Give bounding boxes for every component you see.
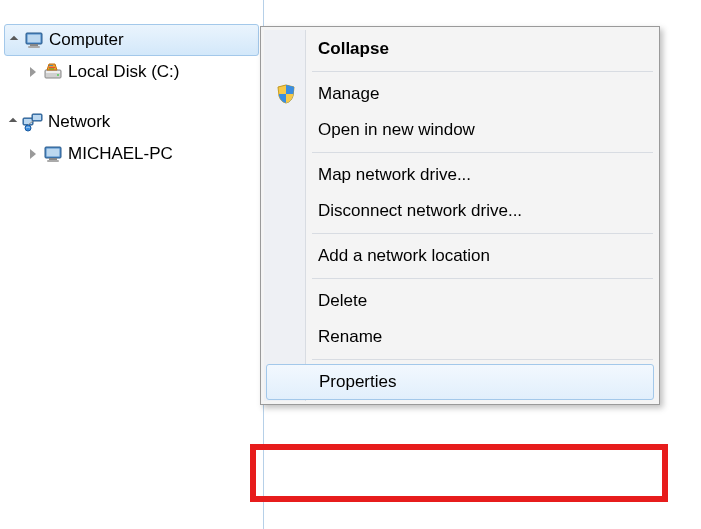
- expand-arrow-icon[interactable]: [30, 67, 36, 77]
- tree-item-network[interactable]: Network: [0, 106, 263, 138]
- menu-label: Manage: [318, 84, 379, 104]
- computer-icon: [23, 29, 45, 51]
- pc-icon: [42, 143, 64, 165]
- menu-item-add-location[interactable]: Add a network location: [264, 238, 656, 274]
- menu-label: Delete: [318, 291, 367, 311]
- svg-rect-1: [28, 35, 41, 43]
- menu-label: Disconnect network drive...: [318, 201, 522, 221]
- shield-icon: [274, 82, 298, 106]
- menu-item-delete[interactable]: Delete: [264, 283, 656, 319]
- menu-item-map-drive[interactable]: Map network drive...: [264, 157, 656, 193]
- menu-item-manage[interactable]: Manage: [264, 76, 656, 112]
- svg-rect-13: [33, 115, 41, 120]
- menu-label: Collapse: [318, 39, 389, 59]
- svg-rect-2: [30, 44, 38, 46]
- tree-label: Computer: [49, 30, 124, 50]
- svg-rect-5: [46, 71, 60, 73]
- expand-arrow-icon[interactable]: [30, 149, 36, 159]
- menu-label: Map network drive...: [318, 165, 471, 185]
- navigation-tree: Computer Local Disk (C:): [0, 0, 264, 529]
- menu-item-open-new-window[interactable]: Open in new window: [264, 112, 656, 148]
- menu-label: Properties: [319, 372, 396, 392]
- svg-rect-19: [47, 160, 59, 162]
- menu-separator: [312, 233, 653, 234]
- expand-arrow-icon[interactable]: [9, 118, 17, 126]
- context-menu: Collapse Manage Open in new window Map n…: [260, 26, 660, 405]
- svg-rect-9: [49, 69, 54, 70]
- expand-arrow-icon[interactable]: [10, 36, 18, 44]
- menu-item-properties[interactable]: Properties: [266, 364, 654, 400]
- menu-separator: [312, 71, 653, 72]
- tree-label: Network: [48, 112, 110, 132]
- menu-separator: [312, 359, 653, 360]
- svg-rect-17: [47, 149, 60, 157]
- network-icon: [22, 111, 44, 133]
- tree-label: MICHAEL-PC: [68, 144, 173, 164]
- menu-separator: [312, 152, 653, 153]
- tree-label: Local Disk (C:): [68, 62, 179, 82]
- tree-item-local-disk[interactable]: Local Disk (C:): [0, 56, 263, 88]
- svg-rect-7: [49, 65, 53, 66]
- svg-point-14: [25, 125, 31, 131]
- menu-item-rename[interactable]: Rename: [264, 319, 656, 355]
- annotation-highlight: [250, 444, 668, 502]
- menu-item-collapse[interactable]: Collapse: [264, 31, 656, 67]
- drive-icon: [42, 61, 64, 83]
- menu-item-disconnect-drive[interactable]: Disconnect network drive...: [264, 193, 656, 229]
- tree-item-computer[interactable]: Computer: [4, 24, 259, 56]
- svg-rect-18: [49, 158, 57, 160]
- menu-label: Add a network location: [318, 246, 490, 266]
- svg-point-6: [57, 74, 59, 76]
- menu-label: Rename: [318, 327, 382, 347]
- spacer: [0, 88, 263, 106]
- svg-rect-8: [49, 67, 55, 68]
- svg-rect-3: [28, 46, 40, 48]
- menu-separator: [312, 278, 653, 279]
- tree-item-pc[interactable]: MICHAEL-PC: [0, 138, 263, 170]
- menu-label: Open in new window: [318, 120, 475, 140]
